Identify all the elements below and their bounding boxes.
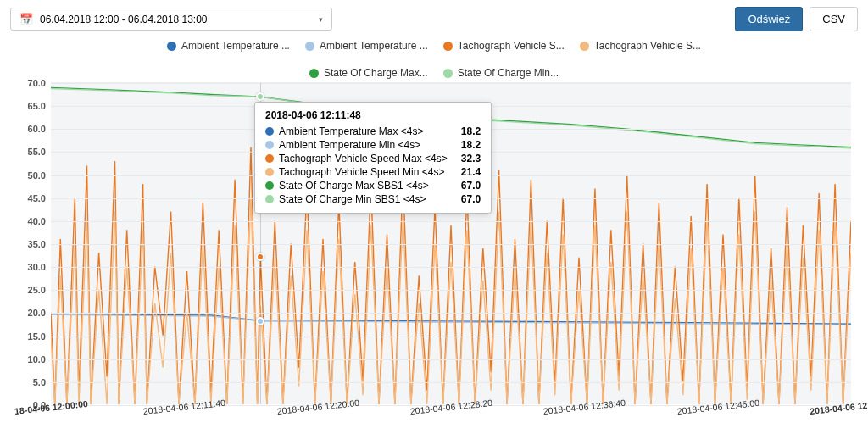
tooltip-title: 2018-04-06 12:11:48 <box>265 109 481 121</box>
legend-swatch <box>443 69 453 78</box>
legend-item[interactable]: State Of Charge Max... <box>309 67 428 79</box>
legend-swatch <box>305 42 314 51</box>
y-tick-label: 50.0 <box>28 170 46 181</box>
legend-swatch <box>167 42 176 51</box>
legend-item[interactable]: Ambient Temperature ... <box>305 40 428 52</box>
legend-label: Tachograph Vehicle S... <box>594 40 701 52</box>
y-tick-label: 30.0 <box>28 262 46 272</box>
y-tick-label: 5.0 <box>33 377 46 387</box>
legend-swatch <box>309 69 319 78</box>
tooltip-value: 18.2 <box>461 125 481 137</box>
tooltip-value: 18.2 <box>461 139 481 151</box>
y-tick-label: 65.0 <box>28 101 46 111</box>
legend-label: Ambient Temperature ... <box>320 40 428 52</box>
caret-down-icon: ▾ <box>319 15 323 24</box>
tooltip-value: 67.0 <box>461 180 481 192</box>
tooltip-swatch <box>265 154 274 163</box>
csv-button[interactable]: CSV <box>810 7 858 31</box>
chart-tooltip: 2018-04-06 12:11:48Ambient Temperature M… <box>254 102 492 214</box>
legend-label: State Of Charge Max... <box>324 67 428 79</box>
tooltip-value: 32.3 <box>461 153 481 164</box>
y-tick-label: 35.0 <box>28 239 46 249</box>
tooltip-row: Tachograph Vehicle Speed Max <4s>32.3 <box>265 152 481 165</box>
y-tick-label: 20.0 <box>28 308 46 318</box>
legend-label: Tachograph Vehicle S... <box>458 40 565 52</box>
tooltip-swatch <box>265 141 274 149</box>
tooltip-series-name: Ambient Temperature Min <4s> <box>279 139 448 151</box>
tooltip-row: Tachograph Vehicle Speed Min <4s>21.4 <box>265 165 481 179</box>
tooltip-row: Ambient Temperature Min <4s>18.2 <box>265 138 481 152</box>
y-tick-label: 70.0 <box>28 78 46 88</box>
tooltip-series-name: State Of Charge Min SBS1 <4s> <box>279 193 448 205</box>
legend-item[interactable]: Ambient Temperature ... <box>167 40 290 52</box>
tooltip-series-name: Tachograph Vehicle Speed Min <4s> <box>279 166 448 178</box>
legend-item[interactable]: State Of Charge Min... <box>443 67 559 79</box>
toolbar: 📅 06.04.2018 12:00 - 06.04.2018 13:00 ▾ … <box>0 0 868 38</box>
date-range-picker[interactable]: 📅 06.04.2018 12:00 - 06.04.2018 13:00 ▾ <box>10 8 332 31</box>
x-axis: 18-04-06 12:00:002018-04-06 12:11:402018… <box>51 404 851 430</box>
y-tick-label: 40.0 <box>28 216 46 226</box>
tooltip-series-name: State Of Charge Max SBS1 <4s> <box>279 180 448 192</box>
tooltip-value: 21.4 <box>461 166 481 178</box>
tooltip-series-name: Ambient Temperature Max <4s> <box>279 125 448 137</box>
y-tick-label: 55.0 <box>28 147 46 157</box>
calendar-icon: 📅 <box>19 13 33 25</box>
date-range-text: 06.04.2018 12:00 - 06.04.2018 13:00 <box>40 14 208 25</box>
legend-item[interactable]: Tachograph Vehicle S... <box>443 40 565 52</box>
legend-swatch <box>580 42 589 51</box>
y-tick-label: 45.0 <box>28 193 46 203</box>
series-line <box>51 314 851 325</box>
tooltip-swatch <box>265 127 274 136</box>
legend-label: State Of Charge Min... <box>458 67 559 79</box>
tooltip-series-name: Tachograph Vehicle Speed Max <4s> <box>279 153 448 164</box>
y-tick-label: 25.0 <box>28 285 46 295</box>
y-tick-label: 60.0 <box>28 124 46 134</box>
tooltip-swatch <box>265 168 274 176</box>
tooltip-swatch <box>265 181 274 190</box>
legend-item[interactable]: Tachograph Vehicle S... <box>580 40 701 52</box>
tooltip-row: State Of Charge Max SBS1 <4s>67.0 <box>265 179 481 192</box>
y-tick-label: 15.0 <box>28 331 46 342</box>
tooltip-value: 67.0 <box>461 193 481 205</box>
tooltip-swatch <box>265 195 274 203</box>
refresh-button[interactable]: Odśwież <box>735 7 803 31</box>
tooltip-row: State Of Charge Min SBS1 <4s>67.0 <box>265 192 481 206</box>
chart-legend: Ambient Temperature ...Ambient Temperatu… <box>0 38 868 82</box>
legend-swatch <box>443 42 453 51</box>
legend-label: Ambient Temperature ... <box>181 40 290 52</box>
y-tick-label: 10.0 <box>28 354 46 364</box>
tooltip-row: Ambient Temperature Max <4s>18.2 <box>265 125 481 138</box>
